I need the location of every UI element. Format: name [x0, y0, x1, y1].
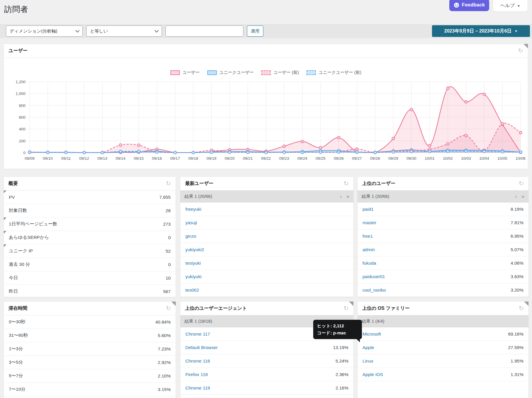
legend-item[interactable]: ユーザー: [170, 70, 200, 75]
table-row: [4, 396, 176, 398]
row-link[interactable]: master: [362, 220, 376, 225]
refresh-icon[interactable]: ↻: [166, 181, 171, 186]
refresh-icon[interactable]: ↻: [343, 305, 349, 311]
legend-item[interactable]: ユニークユーザー: [207, 70, 254, 75]
users-chart-panel: ユーザー ↻ ユーザーユニークユーザーユーザー (前)ユニークユーザー (前) …: [4, 44, 528, 169]
row-value: 2.92%: [158, 360, 171, 365]
next-page-icon[interactable]: ›: [515, 194, 517, 198]
date-range-label: 2023年9月9日 – 2023年10月6日: [444, 28, 511, 34]
svg-text:09/14: 09/14: [116, 156, 126, 161]
row-link[interactable]: ginzo: [185, 234, 196, 239]
refresh-icon[interactable]: ↻: [518, 48, 523, 54]
refresh-icon[interactable]: ↻: [343, 181, 349, 186]
chevron-down-icon: ▼: [514, 29, 518, 33]
row-link[interactable]: Chrome 117: [185, 331, 210, 337]
table-row: testyuki: [180, 256, 353, 270]
row-link[interactable]: free1: [362, 234, 373, 239]
apply-label: 適用: [251, 28, 260, 34]
svg-text:09/23: 09/23: [279, 156, 289, 161]
legend-swatch: [170, 70, 180, 75]
row-value: 1.31%: [511, 372, 523, 377]
pagination-label: 結果 1 (20/66): [184, 194, 212, 199]
table-row: 5〜7分2.10%: [4, 369, 176, 383]
svg-text:10/06: 10/06: [516, 156, 526, 161]
filter-value-input[interactable]: [165, 25, 243, 37]
latest-users-panel: 最新ユーザー↻結果 1 (20/66)›»freeyukiyasujiginzo…: [180, 176, 354, 297]
table-row: 今日10: [4, 271, 176, 285]
row-link[interactable]: fukuda: [362, 261, 376, 266]
row-label: 対象日数: [9, 207, 27, 214]
overview-header: 概要↻: [4, 177, 176, 191]
legend-swatch: [261, 70, 271, 75]
row-link[interactable]: admin: [362, 247, 375, 252]
legend-label: ユーザー (前): [273, 70, 299, 75]
row-link[interactable]: cool_noriko: [362, 288, 386, 293]
pagination-label: 結果 1 (18/18): [184, 319, 212, 324]
table-row: 1日平均ページビュー数273: [4, 217, 176, 231]
row-value: 52: [166, 249, 171, 254]
row-value: 2.36%: [336, 372, 348, 377]
table-row: cool_noriko3.20%: [358, 283, 528, 297]
svg-text:200: 200: [19, 139, 26, 143]
last-page-icon[interactable]: »: [346, 194, 349, 198]
refresh-icon[interactable]: ↻: [519, 305, 524, 311]
pagination-label: 結果 1 (20/66): [362, 194, 389, 199]
dimension-select[interactable]: ディメンション(分析軸): [6, 25, 83, 37]
date-range-button[interactable]: 2023年9月9日 – 2023年10月6日 ▼: [432, 25, 530, 37]
feedback-button[interactable]: Feedback: [449, 0, 489, 11]
row-link[interactable]: Microsoft: [362, 331, 381, 337]
svg-text:1,000: 1,000: [16, 91, 26, 96]
row-label: 5〜7分: [9, 373, 23, 379]
row-value: 13.19%: [333, 345, 348, 350]
svg-text:09/16: 09/16: [152, 156, 162, 161]
feedback-label: Feedback: [462, 2, 485, 8]
row-link[interactable]: testyuki: [185, 261, 201, 266]
row-label: 過去 30 分: [9, 261, 30, 268]
row-link[interactable]: paid1: [362, 207, 374, 212]
row-link[interactable]: yukiyuki2: [185, 247, 204, 252]
row-label: PV: [9, 195, 15, 200]
row-link[interactable]: yasuji: [185, 220, 197, 225]
top_user_agents-header: 上位のユーザーエージェント↻: [180, 302, 353, 315]
visit_duration-title: 滞在時間: [9, 305, 27, 312]
row-link[interactable]: tes002: [185, 288, 199, 293]
last-page-icon[interactable]: »: [521, 194, 524, 198]
row-link[interactable]: Linux: [362, 358, 373, 364]
svg-text:1,200: 1,200: [16, 80, 26, 84]
row-link[interactable]: Default Browser: [185, 345, 218, 350]
row-link[interactable]: yukiyuki: [185, 274, 201, 279]
row-value: 5.60%: [158, 333, 171, 338]
svg-text:09/19: 09/19: [206, 156, 216, 161]
refresh-icon[interactable]: ↻: [166, 305, 171, 311]
row-link[interactable]: Chrome 116: [185, 358, 210, 364]
table-row: Linux1.95%: [358, 354, 528, 368]
help-button[interactable]: ヘルプ ▼: [493, 0, 528, 12]
top_users-rows: paid18.19%master7.81%free16.95%admin5.07…: [358, 203, 528, 297]
row-link[interactable]: freeyuki: [185, 207, 201, 212]
operator-select[interactable]: と等しい: [86, 25, 162, 37]
row-link[interactable]: Firefox 118: [185, 372, 208, 377]
table-row: master7.81%: [358, 216, 528, 229]
refresh-icon[interactable]: ↻: [519, 181, 524, 186]
filter-bar: ディメンション(分析軸) と等しい 適用 2023年9月9日 – 2023年10…: [0, 24, 532, 38]
row-corner-fold: [4, 231, 6, 234]
apply-button[interactable]: 適用: [247, 25, 263, 37]
row-value: 69.16%: [508, 331, 523, 337]
row-link[interactable]: Apple: [362, 345, 374, 350]
table-row: [180, 395, 353, 398]
row-link[interactable]: Chrome 119: [185, 385, 210, 391]
svg-text:09/24: 09/24: [297, 156, 307, 161]
svg-text:09/13: 09/13: [97, 156, 107, 161]
row-value: 1.95%: [511, 358, 523, 364]
chevron-down-icon: [155, 28, 159, 33]
next-page-icon[interactable]: ›: [340, 194, 342, 198]
table-row: 過去 30 分0: [4, 258, 176, 271]
row-link[interactable]: Apple iOS: [362, 372, 383, 377]
chevron-down-icon: [75, 28, 79, 33]
legend-item[interactable]: ユニークユーザー (前): [306, 70, 361, 75]
legend-swatch: [207, 70, 217, 75]
legend-item[interactable]: ユーザー (前): [261, 70, 299, 75]
users-line-chart: 02004006008001,0001,20009/0909/1009/1109…: [4, 44, 528, 169]
row-link[interactable]: paiduser01: [362, 274, 385, 279]
svg-text:09/21: 09/21: [243, 156, 253, 161]
